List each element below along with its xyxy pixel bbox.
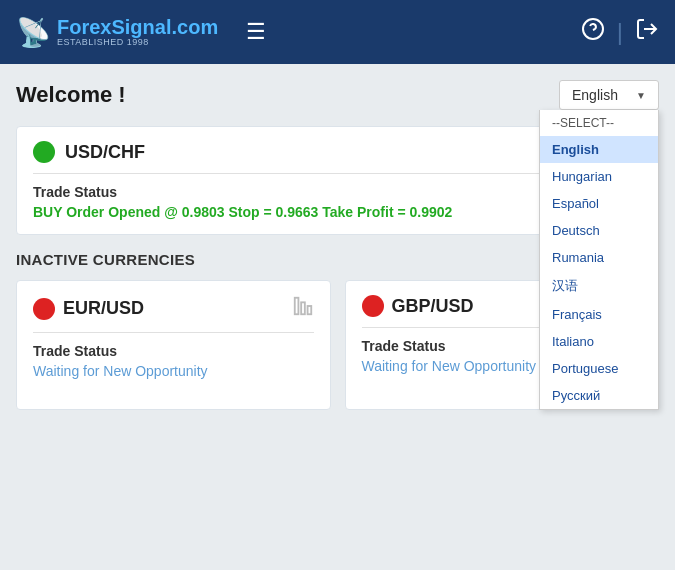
hamburger-menu[interactable]: ☰ [246, 19, 266, 45]
eurusd-trade-status: Waiting for New Opportunity [33, 363, 314, 379]
app-header: 📡 ForexSignal.com ESTABLISHED 1998 ☰ | [0, 0, 675, 64]
header-right: | [581, 17, 659, 47]
eurusd-divider [33, 332, 314, 333]
dropdown-item-hungarian[interactable]: Hungarian [540, 163, 658, 190]
gbpusd-status-dot [362, 295, 384, 317]
logo-sub: ESTABLISHED 1998 [57, 37, 218, 47]
svg-rect-3 [294, 298, 298, 315]
gbpusd-card-left: GBP/USD [362, 295, 474, 317]
active-status-dot [33, 141, 55, 163]
eurusd-currency-name: EUR/USD [63, 298, 144, 319]
eurusd-card-header: EUR/USD [33, 295, 314, 322]
chevron-down-icon: ▼ [636, 90, 646, 101]
dropdown-item-chinese[interactable]: 汉语 [540, 271, 658, 301]
language-button[interactable]: English ▼ [559, 80, 659, 110]
svg-rect-5 [307, 306, 311, 314]
language-selector[interactable]: English ▼ --SELECT-- English Hungarian E… [559, 80, 659, 110]
dropdown-item-rumania[interactable]: Rumania [540, 244, 658, 271]
dropdown-item-select[interactable]: --SELECT-- [540, 110, 658, 136]
gbpusd-currency-name: GBP/USD [392, 296, 474, 317]
logo[interactable]: 📡 ForexSignal.com ESTABLISHED 1998 [16, 16, 218, 49]
chart-icon-eurusd[interactable] [292, 295, 314, 322]
logo-icon: 📡 [16, 16, 51, 49]
page-title: Welcome ! [16, 82, 126, 108]
logo-name: ForexSignal.com [57, 17, 218, 37]
active-currency-name: USD/CHF [65, 142, 145, 163]
welcome-bar: Welcome ! English ▼ --SELECT-- English H… [16, 80, 659, 110]
logo-text: ForexSignal.com ESTABLISHED 1998 [57, 17, 218, 47]
dropdown-item-portuguese[interactable]: Portuguese [540, 355, 658, 382]
language-current-label: English [572, 87, 618, 103]
eurusd-trade-label: Trade Status [33, 343, 314, 359]
header-left: 📡 ForexSignal.com ESTABLISHED 1998 ☰ [16, 16, 266, 49]
dropdown-item-deutsch[interactable]: Deutsch [540, 217, 658, 244]
help-icon[interactable] [581, 17, 605, 47]
eurusd-card-left: EUR/USD [33, 298, 144, 320]
logout-icon[interactable] [635, 17, 659, 47]
language-dropdown: --SELECT-- English Hungarian Español Deu… [539, 110, 659, 410]
dropdown-item-italiano[interactable]: Italiano [540, 328, 658, 355]
main-content: Welcome ! English ▼ --SELECT-- English H… [0, 64, 675, 426]
dropdown-item-english[interactable]: English [540, 136, 658, 163]
dropdown-item-russian[interactable]: Русский [540, 382, 658, 409]
eurusd-status-dot [33, 298, 55, 320]
header-divider: | [617, 18, 623, 46]
svg-rect-4 [301, 302, 305, 314]
dropdown-item-francais[interactable]: Français [540, 301, 658, 328]
dropdown-item-espanol[interactable]: Español [540, 190, 658, 217]
inactive-card-eurusd: EUR/USD Trade Status Waiting for New Opp… [16, 280, 331, 410]
